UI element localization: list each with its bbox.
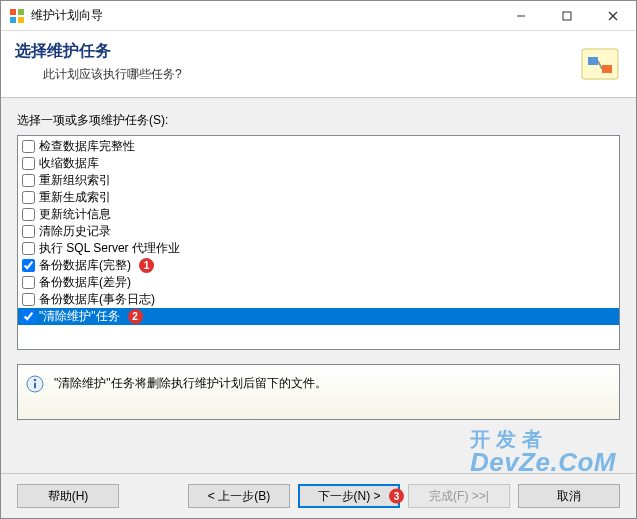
help-button[interactable]: 帮助(H) — [17, 484, 119, 508]
task-checkbox[interactable] — [22, 174, 35, 187]
cancel-button[interactable]: 取消 — [518, 484, 620, 508]
svg-rect-10 — [602, 65, 612, 73]
task-checkbox[interactable] — [22, 208, 35, 221]
task-label: 备份数据库(差异) — [39, 274, 131, 291]
next-button[interactable]: 下一步(N) > 3 — [298, 484, 400, 508]
maximize-button[interactable] — [544, 1, 590, 30]
task-list-item[interactable]: 重新组织索引 — [18, 172, 619, 189]
task-list-item[interactable]: 清除历史记录 — [18, 223, 619, 240]
task-checkbox[interactable] — [22, 259, 35, 272]
svg-rect-0 — [10, 9, 16, 15]
close-button[interactable] — [590, 1, 636, 30]
task-label: 清除历史记录 — [39, 223, 111, 240]
wizard-window: 维护计划向导 选择维护任务 此计划应该执行哪些任务? 选择一项或多项维 — [0, 0, 637, 519]
svg-point-13 — [34, 379, 37, 382]
task-checkbox[interactable] — [22, 191, 35, 204]
wizard-header: 选择维护任务 此计划应该执行哪些任务? — [1, 31, 636, 98]
task-checkbox[interactable] — [22, 242, 35, 255]
task-label: 收缩数据库 — [39, 155, 99, 172]
description-box: "清除维护"任务将删除执行维护计划后留下的文件。 — [17, 364, 620, 420]
page-subtitle: 此计划应该执行哪些任务? — [43, 66, 622, 83]
svg-rect-5 — [563, 12, 571, 20]
task-listbox[interactable]: 检查数据库完整性收缩数据库重新组织索引重新生成索引更新统计信息清除历史记录执行 … — [17, 135, 620, 350]
callout-badge-3: 3 — [389, 489, 404, 504]
task-checkbox[interactable] — [22, 225, 35, 238]
task-checkbox[interactable] — [22, 157, 35, 170]
task-label: 备份数据库(完整) — [39, 257, 131, 274]
svg-rect-3 — [18, 17, 24, 23]
finish-button: 完成(F) >>| — [408, 484, 510, 508]
info-icon — [26, 375, 44, 393]
task-list-item[interactable]: 检查数据库完整性 — [18, 138, 619, 155]
window-title: 维护计划向导 — [31, 7, 103, 24]
task-label: 更新统计信息 — [39, 206, 111, 223]
task-label: 执行 SQL Server 代理作业 — [39, 240, 180, 257]
content-area: 选择一项或多项维护任务(S): 检查数据库完整性收缩数据库重新组织索引重新生成索… — [1, 98, 636, 473]
button-bar: 帮助(H) < 上一步(B) 下一步(N) > 3 完成(F) >>| 取消 — [1, 473, 636, 518]
task-list-label: 选择一项或多项维护任务(S): — [17, 112, 620, 129]
task-list-item[interactable]: 更新统计信息 — [18, 206, 619, 223]
back-button[interactable]: < 上一步(B) — [188, 484, 290, 508]
task-list-item[interactable]: 备份数据库(差异) — [18, 274, 619, 291]
task-checkbox[interactable] — [22, 293, 35, 306]
task-list-item[interactable]: 重新生成索引 — [18, 189, 619, 206]
svg-rect-9 — [588, 57, 598, 65]
task-list-item[interactable]: 执行 SQL Server 代理作业 — [18, 240, 619, 257]
app-icon — [9, 8, 25, 24]
task-label: 重新生成索引 — [39, 189, 111, 206]
description-text: "清除维护"任务将删除执行维护计划后留下的文件。 — [54, 375, 327, 392]
callout-badge-1: 1 — [139, 258, 154, 273]
task-list-item[interactable]: "清除维护"任务2 — [18, 308, 619, 325]
minimize-button[interactable] — [498, 1, 544, 30]
task-label: 备份数据库(事务日志) — [39, 291, 155, 308]
task-checkbox[interactable] — [22, 310, 35, 323]
banner-icon — [576, 41, 624, 89]
task-checkbox[interactable] — [22, 276, 35, 289]
callout-badge-2: 2 — [128, 309, 143, 324]
svg-rect-2 — [10, 17, 16, 23]
task-label: 重新组织索引 — [39, 172, 111, 189]
svg-rect-14 — [34, 383, 36, 389]
task-label: 检查数据库完整性 — [39, 138, 135, 155]
svg-rect-1 — [18, 9, 24, 15]
next-button-label: 下一步(N) > — [318, 489, 381, 503]
task-checkbox[interactable] — [22, 140, 35, 153]
task-list-item[interactable]: 备份数据库(事务日志) — [18, 291, 619, 308]
titlebar[interactable]: 维护计划向导 — [1, 1, 636, 31]
page-title: 选择维护任务 — [15, 41, 622, 62]
task-label: "清除维护"任务 — [39, 308, 120, 325]
task-list-item[interactable]: 备份数据库(完整)1 — [18, 257, 619, 274]
task-list-item[interactable]: 收缩数据库 — [18, 155, 619, 172]
